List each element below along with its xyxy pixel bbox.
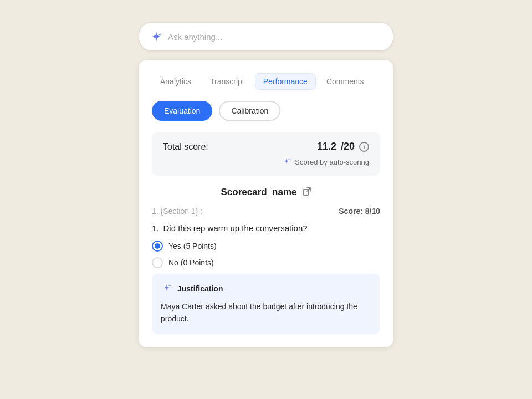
option-no[interactable]: No (0 Points) [152,257,380,268]
search-placeholder: Ask anything... [168,32,382,42]
section-label: 1. {Section 1} : [152,207,202,216]
total-score-label: Total score: [163,142,208,152]
info-icon[interactable]: i [359,142,369,152]
main-card: Analytics Transcript Performance Comment… [139,60,393,347]
justification-body: Maya Carter asked about the budget after… [161,300,371,325]
question-text: 1. Did this rep warm up the conversation… [152,223,380,233]
question-number: 1. [152,223,159,233]
calibration-button[interactable]: Calibration [219,101,280,121]
sub-button-group: Evaluation Calibration [152,101,380,121]
search-bar[interactable]: Ask anything... [139,22,393,51]
external-link-icon[interactable] [303,187,311,198]
radio-no-circle [152,257,163,268]
evaluation-button[interactable]: Evaluation [152,101,212,121]
justification-header: Justification [161,283,371,295]
justification-ai-icon [161,283,173,295]
section-row: 1. {Section 1} : Score: 8/10 [152,207,380,216]
tab-bar: Analytics Transcript Performance Comment… [152,73,380,90]
radio-yes-fill [155,243,160,249]
sparkle-icon [150,30,162,43]
question-body: Did this rep warm up the conversation? [163,223,308,233]
scorecard-header: Scorecard_name [152,187,380,198]
tab-transcript[interactable]: Transcript [202,73,253,90]
option-yes[interactable]: Yes (5 Points) [152,241,380,252]
tab-comments[interactable]: Comments [318,73,372,90]
auto-score-icon [282,157,291,167]
justification-title: Justification [177,284,223,293]
option-yes-label: Yes (5 Points) [168,242,217,250]
justification-box: Justification Maya Carter asked about th… [152,274,380,334]
main-container: Ask anything... Analytics Transcript Per… [139,22,393,347]
auto-score-text: Scored by auto-scoring [295,158,369,166]
tab-performance[interactable]: Performance [255,73,316,90]
scorecard-title: Scorecard_name [221,187,296,198]
section-score: Score: 8/10 [339,207,380,216]
tab-analytics[interactable]: Analytics [152,73,200,90]
score-value: 11.2/20 [317,141,355,152]
radio-yes-circle [152,241,163,252]
option-no-label: No (0 Points) [168,258,214,267]
score-box: Total score: 11.2/20 i Scored by auto-sc… [152,132,380,176]
